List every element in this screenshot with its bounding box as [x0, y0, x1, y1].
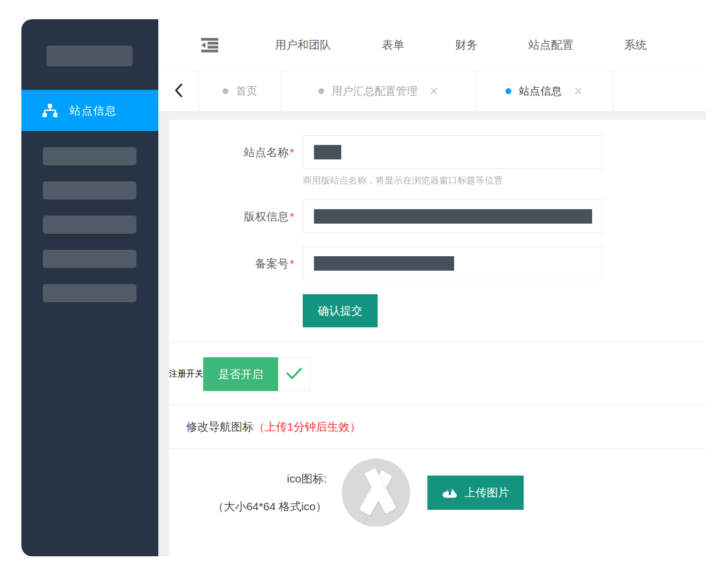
nav-item-system[interactable]: 系统 [624, 37, 647, 52]
upload-delay-note: （上传1分钟后生效） [254, 419, 361, 434]
ico-label: ico图标: [169, 471, 327, 486]
sidebar-item-placeholder[interactable] [43, 147, 136, 165]
cloud-upload-icon [442, 486, 458, 500]
nav-item-users-teams[interactable]: 用户和团队 [275, 37, 331, 52]
tab-bar: 首页 用户汇总配置管理 ✕ 站点信息 ✕ [158, 71, 706, 111]
field-row-site-name: 站点名称* [169, 135, 706, 169]
tab-dot [505, 88, 511, 94]
nav-item-forms[interactable]: 表单 [382, 37, 404, 52]
required-asterisk: * [290, 257, 294, 270]
icp-number-input[interactable] [303, 247, 602, 280]
nav-item-site-config[interactable]: 站点配置 [528, 37, 573, 52]
site-name-input[interactable] [303, 135, 602, 169]
ico-upload-row: ico图标: （大小64*64 格式ico） [169, 449, 706, 527]
register-checkbox[interactable] [278, 357, 310, 391]
sitemap-icon [42, 103, 58, 119]
top-navbar: 用户和团队 表单 财务 站点配置 系统 [158, 19, 706, 71]
logo-placeholder [47, 45, 133, 66]
ico-labels: ico图标: （大小64*64 格式ico） [169, 471, 327, 514]
upload-image-button[interactable]: 上传图片 [427, 476, 524, 510]
chevron-left-icon [174, 83, 183, 100]
copyright-input[interactable] [303, 200, 602, 233]
content-area: 站点名称* 商用版站点名称，将显示在浏览器窗口标题等位置 版权信息* [158, 111, 706, 556]
field-label: 版权信息* [169, 209, 303, 224]
redacted-value [314, 256, 454, 271]
check-icon [285, 366, 303, 383]
sidebar-item-placeholder[interactable] [43, 250, 136, 268]
app-window: 站点信息 用户和团队 表单 财务 站点配置 系统 [21, 19, 706, 556]
field-label: 备案号* [169, 256, 303, 271]
tab-user-summary-config[interactable]: 用户汇总配置管理 ✕ [281, 71, 476, 111]
required-asterisk: * [290, 146, 294, 158]
tab-label: 首页 [236, 84, 257, 98]
tab-label: 站点信息 [519, 84, 562, 98]
site-info-panel: 站点名称* 商用版站点名称，将显示在浏览器窗口标题等位置 版权信息* [169, 120, 706, 556]
field-row-icp-number: 备案号* [169, 247, 706, 280]
nav-item-finance[interactable]: 财务 [455, 37, 478, 52]
tab-dot [318, 88, 324, 94]
nav-icon-section-title: 修改导航图标（上传1分钟后生效） [169, 405, 706, 448]
register-toggle-button[interactable]: 是否开启 [203, 357, 278, 391]
sidebar-item-placeholder[interactable] [43, 181, 136, 200]
register-switch-row: 注册开关 是否开启 [169, 342, 706, 404]
upload-button-label: 上传图片 [464, 485, 509, 500]
ico-preview-image [342, 458, 410, 527]
sidebar-item-site-info[interactable]: 站点信息 [21, 90, 158, 131]
tab-site-info[interactable]: 站点信息 ✕ [476, 71, 613, 111]
menu-fold-icon[interactable] [200, 37, 219, 53]
close-icon[interactable]: ✕ [429, 86, 439, 97]
sidebar-item-label: 站点信息 [70, 103, 117, 118]
field-row-copyright: 版权信息* [169, 200, 706, 233]
submit-button[interactable]: 确认提交 [303, 294, 378, 327]
ico-size-hint: （大小64*64 格式ico） [169, 499, 327, 514]
close-icon[interactable]: ✕ [573, 86, 583, 97]
register-switch-label: 注册开关 [169, 369, 203, 380]
required-asterisk: * [290, 210, 294, 223]
tabs-scroll-left-button[interactable] [158, 71, 199, 111]
sidebar-item-placeholder[interactable] [43, 284, 136, 302]
site-name-helper-text: 商用版站点名称，将显示在浏览器窗口标题等位置 [303, 174, 706, 187]
tab-label: 用户汇总配置管理 [332, 84, 417, 98]
redacted-value [314, 209, 592, 224]
tab-dot [223, 88, 228, 94]
tab-home[interactable]: 首页 [199, 71, 281, 111]
redacted-value [314, 145, 341, 159]
sidebar: 站点信息 [21, 19, 158, 556]
sidebar-item-placeholder[interactable] [43, 216, 136, 234]
field-label: 站点名称* [169, 145, 303, 160]
main-area: 用户和团队 表单 财务 站点配置 系统 首页 用户汇总配置管理 ✕ [158, 19, 706, 556]
